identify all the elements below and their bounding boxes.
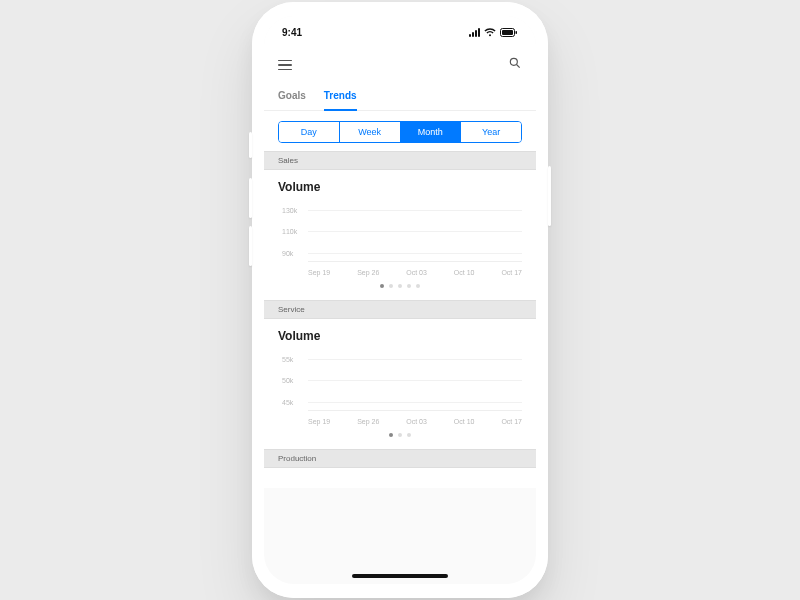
xtick: Sep 26 (357, 418, 379, 425)
dot[interactable] (416, 284, 420, 288)
tab-trends[interactable]: Trends (324, 82, 357, 111)
mute-switch (249, 132, 252, 158)
home-indicator[interactable] (352, 574, 448, 578)
chart-service-volume[interactable]: 55k 50k 45k Sep 19 Sep 26 Oct 03 Oct 10 … (282, 353, 522, 425)
segmented-wrap: Day Week Month Year (264, 111, 536, 151)
section-header-sales: Sales (264, 151, 536, 170)
ytick: 130k (282, 206, 297, 213)
card-service-volume: Volume 55k 50k 45k Sep 19 Sep 26 Oct 03 … (264, 319, 536, 449)
page-dots[interactable] (278, 425, 522, 443)
cellular-signal-icon (469, 28, 480, 37)
svg-rect-2 (516, 31, 518, 34)
search-icon[interactable] (508, 56, 522, 74)
dot[interactable] (398, 433, 402, 437)
xtick: Oct 10 (454, 269, 475, 276)
svg-rect-1 (502, 30, 513, 35)
volume-down-button (249, 226, 252, 266)
page-dots[interactable] (278, 276, 522, 294)
dot[interactable] (398, 284, 402, 288)
dot[interactable] (389, 433, 393, 437)
ytick: 55k (282, 355, 293, 362)
x-ticks: Sep 19 Sep 26 Oct 03 Oct 10 Oct 17 (308, 269, 522, 276)
xtick: Oct 17 (501, 418, 522, 425)
nav-tabs: Goals Trends (264, 82, 536, 111)
section-header-production: Production (264, 449, 536, 468)
dot[interactable] (389, 284, 393, 288)
card-sales-volume: Volume 130k 110k 90k Sep 19 Sep 26 Oct 0… (264, 170, 536, 300)
xtick: Sep 26 (357, 269, 379, 276)
xtick: Sep 19 (308, 269, 330, 276)
ytick: 90k (282, 249, 293, 256)
notch (336, 16, 464, 38)
gridline (308, 402, 522, 403)
wifi-icon (484, 28, 496, 37)
time-range-segmented: Day Week Month Year (278, 121, 522, 143)
seg-year[interactable]: Year (461, 122, 521, 142)
tab-goals[interactable]: Goals (278, 82, 306, 110)
xtick: Oct 03 (406, 269, 427, 276)
section-header-service: Service (264, 300, 536, 319)
phone-screen: 9:41 Goals (264, 16, 536, 584)
gridline (308, 380, 522, 381)
gridline (308, 253, 522, 254)
card-title: Volume (278, 329, 522, 343)
power-button (548, 166, 551, 226)
svg-line-4 (517, 65, 520, 68)
phone-mockup-shell: 9:41 Goals (252, 2, 548, 598)
seg-month[interactable]: Month (401, 122, 462, 142)
card-production (264, 468, 536, 488)
scroll-area[interactable]: Sales Volume 130k 110k 90k Sep 19 Sep 26… (264, 151, 536, 584)
app-bar (264, 48, 536, 82)
xtick: Oct 17 (501, 269, 522, 276)
card-title: Volume (278, 180, 522, 194)
volume-up-button (249, 178, 252, 218)
x-ticks: Sep 19 Sep 26 Oct 03 Oct 10 Oct 17 (308, 418, 522, 425)
gridline (308, 210, 522, 211)
ytick: 45k (282, 398, 293, 405)
battery-icon (500, 28, 518, 37)
ytick: 110k (282, 228, 297, 235)
xtick: Oct 03 (406, 418, 427, 425)
gridline (308, 359, 522, 360)
seg-week[interactable]: Week (340, 122, 401, 142)
dot[interactable] (407, 284, 411, 288)
xtick: Sep 19 (308, 418, 330, 425)
x-axis (308, 410, 522, 411)
dot[interactable] (407, 433, 411, 437)
status-time: 9:41 (282, 27, 302, 38)
svg-point-3 (510, 58, 517, 65)
gridline (308, 231, 522, 232)
seg-day[interactable]: Day (279, 122, 340, 142)
ytick: 50k (282, 377, 293, 384)
xtick: Oct 10 (454, 418, 475, 425)
x-axis (308, 261, 522, 262)
menu-icon[interactable] (278, 60, 292, 71)
dot[interactable] (380, 284, 384, 288)
chart-sales-volume[interactable]: 130k 110k 90k Sep 19 Sep 26 Oct 03 Oct 1… (282, 204, 522, 276)
